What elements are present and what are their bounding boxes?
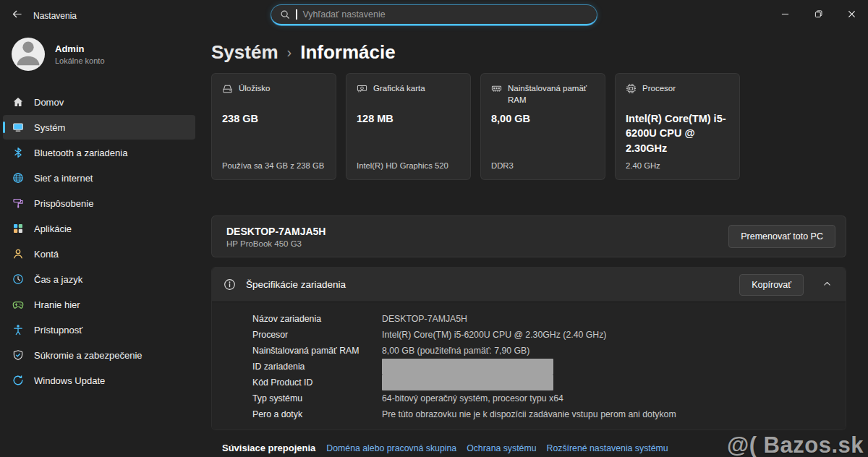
spec-row: Procesor Intel(R) Core(TM) i5-6200U CPU …	[252, 327, 846, 343]
accounts-icon	[12, 248, 24, 260]
breadcrumb-parent[interactable]: Systém	[211, 41, 278, 64]
spec-value: 8,00 GB (použiteľná pamäť: 7,90 GB)	[382, 346, 529, 356]
sidebar-item-network[interactable]: Sieť a internet	[3, 166, 195, 190]
related-link[interactable]: Doména alebo pracovná skupina	[326, 443, 456, 453]
device-texts: DESKTOP-7AMJA5H HP ProBook 450 G3	[226, 226, 326, 248]
avatar	[12, 38, 45, 71]
sidebar-item-time[interactable]: Čas a jazyk	[3, 267, 195, 291]
summary-card: Nainštalovaná pamäť RAM 8,00 GB DDR3	[480, 73, 605, 180]
account-name: Admin	[55, 43, 105, 54]
card-value: 8,00 GB	[491, 111, 599, 126]
sidebar-item-label: Sieť a internet	[34, 173, 93, 184]
spec-row: Pero a dotyk Pre túto obrazovku nie je k…	[252, 406, 846, 422]
sidebar-item-accounts[interactable]: Kontá	[3, 242, 195, 266]
sidebar-item-privacy[interactable]: Súkromie a zabezpečenie	[3, 343, 195, 367]
time-icon	[12, 273, 24, 285]
related-link[interactable]: Ochrana systému	[467, 443, 536, 453]
device-name: DESKTOP-7AMJA5H	[226, 226, 326, 237]
card-title: Grafická karta	[373, 83, 425, 95]
card-value: Intel(R) Core(TM) i5-6200U CPU @ 2.30GHz	[626, 111, 733, 155]
sidebar-item-label: Windows Update	[34, 375, 105, 386]
specs-title: Špecifikácie zariadenia	[246, 279, 346, 290]
collapse-button[interactable]	[814, 274, 840, 296]
close-button[interactable]	[835, 0, 868, 29]
device-specs-expander: Špecifikácie zariadenia Kopírovať Názov …	[211, 267, 846, 430]
storage-icon	[222, 83, 233, 94]
sidebar-item-label: Domov	[34, 97, 64, 108]
minimize-icon	[781, 8, 789, 21]
spec-label: ID zariadenia	[252, 362, 382, 372]
back-button[interactable]	[6, 5, 27, 25]
sidebar-item-label: Súkromie a zabezpečenie	[34, 350, 142, 361]
sidebar-item-label: Prispôsobenie	[34, 198, 93, 209]
back-arrow-icon	[12, 9, 22, 22]
text-caret	[296, 9, 297, 20]
sidebar-item-label: Čas a jazyk	[34, 274, 82, 285]
page-title: Informácie	[300, 41, 396, 64]
spec-label: Názov zariadenia	[252, 314, 382, 324]
sidebar-item-label: Bluetooth a zariadenia	[34, 148, 127, 158]
restore-icon	[814, 8, 822, 21]
gaming-icon	[12, 299, 24, 310]
breadcrumb: Systém › Informácie	[211, 39, 846, 65]
minimize-button[interactable]	[768, 0, 801, 29]
ram-icon	[491, 83, 502, 94]
sidebar-item-system[interactable]: Systém	[3, 115, 195, 140]
specs-header[interactable]: Špecifikácie zariadenia Kopírovať	[212, 268, 846, 302]
search-input[interactable]: Vyhľadať nastavenie	[271, 5, 597, 25]
sidebar-item-apps[interactable]: Aplikácie	[3, 216, 195, 241]
spec-value: DESKTOP-7AMJA5H	[382, 314, 467, 324]
card-title: Nainštalovaná pamäť RAM	[508, 83, 599, 106]
spec-row: Typ systému 64-bitový operačný systém, p…	[252, 390, 846, 406]
copy-button[interactable]: Kopírovať	[739, 274, 804, 296]
sidebar-nav: Domov Systém Bluetooth a zariadenia Sieť…	[0, 90, 203, 393]
sidebar-item-accessibility[interactable]: Prístupnosť	[3, 317, 195, 342]
spec-row: Názov zariadenia DESKTOP-7AMJA5H	[252, 311, 846, 327]
spec-row: ID zariadenia	[252, 359, 846, 375]
summary-card: Grafická karta 128 MB Intel(R) HD Graphi…	[346, 73, 471, 180]
card-title: Úložisko	[239, 83, 270, 95]
card-detail: DDR3	[491, 161, 600, 170]
redacted-value	[382, 375, 553, 390]
sidebar-item-home[interactable]: Domov	[3, 90, 195, 114]
specs-body: Názov zariadenia DESKTOP-7AMJA5H Proceso…	[212, 302, 846, 430]
sidebar-item-gaming[interactable]: Hranie hier	[3, 292, 195, 317]
sidebar-item-label: Prístupnosť	[34, 325, 82, 336]
card-detail: Intel(R) HD Graphics 520	[357, 161, 466, 170]
close-icon	[848, 8, 856, 21]
related-link[interactable]: Rozšírené nastavenia systému	[547, 443, 668, 453]
spec-value: Intel(R) Core(TM) i5-6200U CPU @ 2.30GHz…	[382, 330, 606, 340]
gpu-icon	[357, 83, 367, 94]
card-detail: 2.40 GHz	[626, 161, 735, 170]
card-value: 238 GB	[222, 111, 330, 126]
summary-cards: Úložisko 238 GB Používa sa 34 GB z 238 G…	[211, 73, 846, 180]
account-block[interactable]: Admin Lokálne konto	[0, 30, 203, 78]
apps-icon	[12, 223, 24, 234]
sidebar-item-label: Kontá	[34, 249, 59, 260]
summary-card: Úložisko 238 GB Používa sa 34 GB z 238 G…	[211, 73, 336, 180]
home-icon	[12, 96, 24, 108]
sidebar-item-label: Aplikácie	[34, 223, 72, 234]
main-content: Systém › Informácie Úložisko 238 GB Použ…	[203, 30, 868, 457]
spec-row: Nainštalovaná pamäť RAM 8,00 GB (použite…	[252, 343, 846, 359]
restore-button[interactable]	[801, 0, 835, 29]
sidebar-item-label: Systém	[34, 122, 65, 133]
rename-pc-button[interactable]: Premenovať toto PC	[728, 225, 835, 248]
system-icon	[12, 121, 24, 133]
related-links-title: Súvisiace prepojenia	[222, 443, 315, 453]
device-model: HP ProBook 450 G3	[226, 239, 326, 248]
related-links-list: Doména alebo pracovná skupina Ochrana sy…	[326, 443, 668, 453]
update-icon	[12, 375, 24, 386]
personalization-icon	[12, 197, 24, 209]
sidebar-item-bluetooth[interactable]: Bluetooth a zariadenia	[3, 140, 195, 165]
card-title: Procesor	[642, 83, 676, 95]
sidebar-item-update[interactable]: Windows Update	[3, 368, 195, 393]
sidebar: Admin Lokálne konto Domov Systém Bluetoo…	[0, 30, 203, 457]
card-detail: Používa sa 34 GB z 238 GB	[222, 161, 331, 170]
titlebar: Nastavenia Vyhľadať nastavenie	[0, 0, 868, 30]
account-texts: Admin Lokálne konto	[55, 43, 105, 65]
sidebar-item-personalization[interactable]: Prispôsobenie	[3, 191, 195, 215]
spec-value: 64-bitový operačný systém, procesor typu…	[382, 393, 563, 403]
chevron-up-icon	[822, 278, 832, 291]
spec-label: Pero a dotyk	[252, 409, 382, 419]
